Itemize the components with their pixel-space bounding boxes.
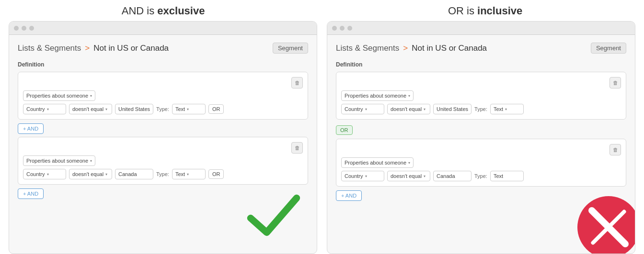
left-group2-type-dropdown[interactable]: Text ▾ xyxy=(172,169,206,179)
right-group2-field-dropdown[interactable]: Country ▾ xyxy=(341,171,384,181)
left-group2-type-label: Type: xyxy=(156,171,169,177)
left-title-bold: exclusive xyxy=(157,5,205,17)
right-group2-properties-row: Properties about someone ▾ xyxy=(341,157,621,168)
right-breadcrumb-text: Lists & Segments xyxy=(336,44,399,53)
left-group2-field-label: Country xyxy=(26,171,45,177)
right-breadcrumb-row: Lists & Segments > Not in US or Canada S… xyxy=(336,43,626,54)
left-group1-condition-row: Country ▾ doesn't equal ▾ United States … xyxy=(23,104,303,114)
right-group1-value-input[interactable]: United States xyxy=(433,104,472,114)
left-group1-field-dropdown[interactable]: Country ▾ xyxy=(23,104,66,114)
right-group1-type-dropdown[interactable]: Text ▾ xyxy=(490,104,524,114)
left-group1-type-dropdown[interactable]: Text ▾ xyxy=(172,104,206,114)
left-group2-properties-dropdown[interactable]: Properties about someone ▾ xyxy=(23,155,95,166)
right-group1-properties-label: Properties about someone xyxy=(345,93,406,99)
left-group2-field-dropdown[interactable]: Country ▾ xyxy=(23,169,66,179)
left-title: AND is exclusive xyxy=(122,5,205,17)
right-group2-value-text: Canada xyxy=(437,173,455,179)
right-group2-properties-label: Properties about someone xyxy=(345,160,406,166)
left-group2: 🗑 Properties about someone ▾ Country ▾ d… xyxy=(18,137,308,185)
right-title-bold: inclusive xyxy=(477,5,522,17)
right-group1-delete-btn[interactable]: 🗑 xyxy=(610,77,621,88)
left-group2-condition-row: Country ▾ doesn't equal ▾ Canada Type: T… xyxy=(23,169,303,179)
right-title-prefix: OR is xyxy=(448,5,477,17)
left-group1-value-input[interactable]: United States xyxy=(115,104,153,114)
left-definition-label: Definition xyxy=(18,61,308,68)
left-group1-properties-label: Properties about someone xyxy=(26,93,88,99)
left-group1-delete-btn[interactable]: 🗑 xyxy=(291,77,303,88)
right-and-btn[interactable]: + AND xyxy=(336,190,362,201)
left-group1-type-label: Type: xyxy=(156,106,169,112)
right-group1-type-label: Type: xyxy=(474,106,487,112)
right-group1-type-value: Text xyxy=(494,106,503,112)
left-group2-type-value: Text xyxy=(175,171,185,177)
right-group1-field-label: Country xyxy=(345,106,363,112)
left-group2-operator-dropdown[interactable]: doesn't equal ▾ xyxy=(69,169,112,179)
right-group1-field-dropdown[interactable]: Country ▾ xyxy=(341,104,384,114)
left-breadcrumb-text: Lists & Segments xyxy=(18,44,81,53)
right-group2-value-input[interactable]: Canada xyxy=(433,171,472,181)
right-group2-field-label: Country xyxy=(345,173,363,179)
right-group2-operator-label: doesn't equal xyxy=(391,173,422,179)
left-window: Lists & Segments > Not in US or Canada S… xyxy=(9,21,317,254)
left-group1-properties-row: Properties about someone ▾ xyxy=(23,90,303,101)
left-group2-properties-label: Properties about someone xyxy=(26,158,88,164)
right-group2-type-label: Type: xyxy=(474,173,487,179)
left-group1: 🗑 Properties about someone ▾ Country ▾ d… xyxy=(18,72,308,120)
left-group1-field-label: Country xyxy=(26,106,45,112)
right-window: Lists & Segments > Not in US or Canada S… xyxy=(327,21,635,254)
left-and-btn1[interactable]: + AND xyxy=(18,123,44,134)
right-segment-badge[interactable]: Segment xyxy=(591,43,626,54)
right-dot-red xyxy=(332,26,337,31)
left-group1-operator-dropdown[interactable]: doesn't equal ▾ xyxy=(69,104,112,114)
right-group2: 🗑 Properties about someone ▾ Country ▾ d… xyxy=(336,139,626,187)
right-group2-properties-dropdown[interactable]: Properties about someone ▾ xyxy=(341,157,414,168)
right-group1-properties-row: Properties about someone ▾ xyxy=(341,90,621,101)
left-title-prefix: AND is xyxy=(122,5,158,17)
right-group2-delete-btn[interactable]: 🗑 xyxy=(610,144,621,155)
left-breadcrumb-row: Lists & Segments > Not in US or Canada S… xyxy=(18,43,308,54)
right-group2-condition-row: Country ▾ doesn't equal ▾ Canada Type: T… xyxy=(341,171,621,181)
right-definition-label: Definition xyxy=(336,61,626,68)
left-arrow: > xyxy=(85,44,90,53)
left-group2-value-text: Canada xyxy=(118,171,137,177)
left-group1-properties-dropdown[interactable]: Properties about someone ▾ xyxy=(23,90,95,101)
right-group1-operator-label: doesn't equal xyxy=(391,106,422,112)
left-group2-or-badge[interactable]: OR xyxy=(208,169,224,179)
left-group1-or-badge[interactable]: OR xyxy=(208,104,224,114)
left-group2-value-input[interactable]: Canada xyxy=(115,169,153,179)
right-dot-green xyxy=(347,26,352,31)
left-group2-delete-btn[interactable]: 🗑 xyxy=(291,142,303,154)
right-group1: 🗑 Properties about someone ▾ Country ▾ d… xyxy=(336,72,626,120)
left-group1-operator-label: doesn't equal xyxy=(72,106,104,112)
right-group1-operator-dropdown[interactable]: doesn't equal ▾ xyxy=(387,104,430,114)
left-group1-type-value: Text xyxy=(175,106,185,112)
right-dot-yellow xyxy=(340,26,345,31)
dot-yellow xyxy=(22,26,26,31)
left-group1-properties-arrow: ▾ xyxy=(90,94,92,98)
right-group1-value-text: United States xyxy=(437,106,468,112)
left-breadcrumb-current: Not in US or Canada xyxy=(93,44,169,53)
right-group2-operator-dropdown[interactable]: doesn't equal ▾ xyxy=(387,171,430,181)
svg-line-0 xyxy=(592,210,625,244)
right-arrow: > xyxy=(403,44,408,53)
dot-red xyxy=(14,26,19,31)
left-group2-properties-row: Properties about someone ▾ xyxy=(23,155,303,166)
right-group2-type-dropdown[interactable]: Text xyxy=(490,171,524,181)
right-breadcrumb-current: Not in US or Canada xyxy=(412,44,487,53)
left-and-btn2[interactable]: + AND xyxy=(18,188,44,199)
left-segment-badge[interactable]: Segment xyxy=(273,43,308,54)
right-group1-properties-dropdown[interactable]: Properties about someone ▾ xyxy=(341,90,414,101)
right-group1-condition-row: Country ▾ doesn't equal ▾ United States … xyxy=(341,104,621,114)
right-title: OR is inclusive xyxy=(448,5,522,17)
dot-green xyxy=(29,26,34,31)
right-group2-type-value: Text xyxy=(494,173,503,179)
right-titlebar xyxy=(327,22,635,35)
right-or-connector[interactable]: OR xyxy=(336,125,353,135)
left-titlebar xyxy=(9,22,317,35)
left-group1-value-text: United States xyxy=(118,106,150,112)
left-group2-operator-label: doesn't equal xyxy=(72,171,104,177)
